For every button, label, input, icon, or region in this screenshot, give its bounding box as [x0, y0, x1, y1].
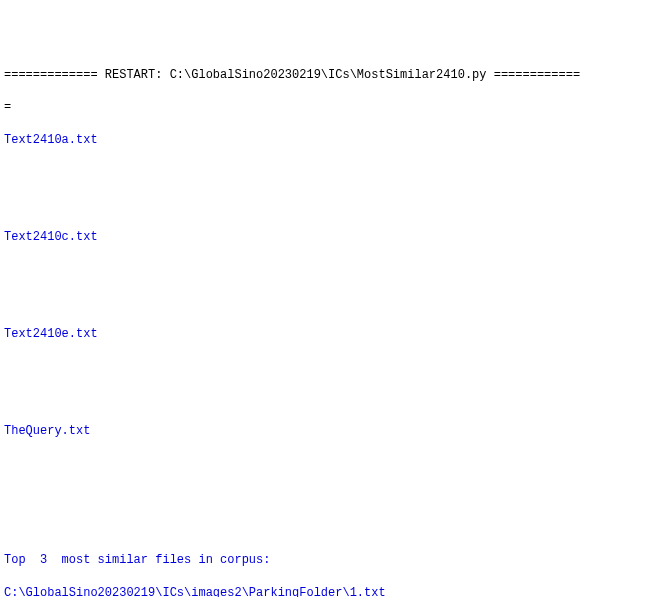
- restart-header: ============= RESTART: C:\GlobalSino2023…: [4, 67, 642, 83]
- file-output: Text2410a.txt: [4, 132, 642, 148]
- blank-line: [4, 488, 642, 504]
- blank-line: [4, 164, 642, 180]
- file-output: Text2410e.txt: [4, 326, 642, 342]
- blank-line: [4, 358, 642, 374]
- blank-line: [4, 293, 642, 309]
- file-output: Text2410c.txt: [4, 229, 642, 245]
- file-output: TheQuery.txt: [4, 423, 642, 439]
- restart-continuation: =: [4, 99, 642, 115]
- blank-line: [4, 520, 642, 536]
- blank-line: [4, 391, 642, 407]
- blank-line: [4, 261, 642, 277]
- similar-header: Top 3 most similar files in corpus:: [4, 552, 642, 568]
- blank-line: [4, 455, 642, 471]
- blank-line: [4, 196, 642, 212]
- similar-file: C:\GlobalSino20230219\ICs\images2\Parkin…: [4, 585, 642, 597]
